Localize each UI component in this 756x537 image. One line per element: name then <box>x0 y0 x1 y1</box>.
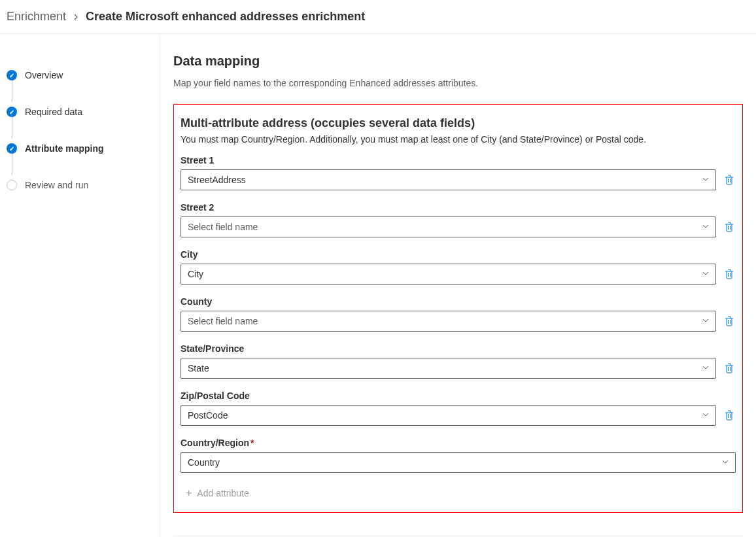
field-group: Zip/Postal CodePostCode <box>180 390 736 426</box>
trash-icon <box>725 175 734 185</box>
delete-field-button[interactable] <box>723 315 736 328</box>
select-wrapper: Country <box>180 452 736 473</box>
delete-field-button[interactable] <box>723 220 736 234</box>
multi-attribute-box: Multi-attribute address (occupies severa… <box>173 104 743 513</box>
step-indicator-completed-icon <box>7 70 17 80</box>
field-group: CountySelect field name <box>180 296 736 332</box>
trash-icon <box>725 316 734 326</box>
chevron-right-icon <box>73 12 79 22</box>
select-wrapper: Select field name <box>180 311 716 332</box>
wizard-steps: Overview Required data Attribute mapping… <box>0 34 160 537</box>
content-area: Data mapping Map your field names to the… <box>160 34 756 537</box>
trash-icon <box>725 363 734 373</box>
box-description: You must map Country/Region. Additionall… <box>180 134 736 145</box>
field-label: County <box>180 296 736 307</box>
field-label: State/Province <box>180 343 736 354</box>
field-row: StreetAddress <box>180 169 736 190</box>
field-select[interactable]: Select field name <box>180 217 716 237</box>
field-select[interactable]: State <box>180 358 716 379</box>
field-group: CityCity <box>180 249 736 285</box>
add-attribute-label: Add attribute <box>197 488 249 498</box>
required-indicator: * <box>250 438 254 448</box>
step-indicator-completed-icon <box>7 107 17 117</box>
field-group: Street 1StreetAddress <box>180 155 736 190</box>
breadcrumb-parent[interactable]: Enrichment <box>7 10 66 24</box>
field-row: Country <box>180 452 736 473</box>
plus-icon: + <box>186 487 192 499</box>
field-row: PostCode <box>180 405 736 426</box>
field-select[interactable]: Select field name <box>180 311 716 332</box>
delete-field-button[interactable] <box>723 409 736 422</box>
step-label: Required data <box>25 107 82 117</box>
page-title: Data mapping <box>173 54 743 69</box>
select-wrapper: City <box>180 264 716 285</box>
field-select[interactable]: StreetAddress <box>180 169 716 190</box>
delete-field-button[interactable] <box>723 268 736 281</box>
step-required-data[interactable]: Required data <box>7 94 160 130</box>
field-label: Street 2 <box>180 202 736 213</box>
field-label: Street 1 <box>180 155 736 165</box>
select-wrapper: Select field name <box>180 217 716 237</box>
field-row: State <box>180 358 736 379</box>
step-indicator-pending-icon <box>7 180 17 190</box>
field-select[interactable]: Country <box>180 452 736 473</box>
field-row: Select field name <box>180 217 736 237</box>
field-label: Country/Region* <box>180 438 736 448</box>
field-row: City <box>180 264 736 285</box>
select-wrapper: PostCode <box>180 405 716 426</box>
trash-icon <box>725 222 734 232</box>
step-label: Overview <box>25 70 63 80</box>
step-label: Review and run <box>25 180 88 190</box>
field-group: Street 2Select field name <box>180 202 736 237</box>
step-indicator-completed-icon <box>7 143 17 154</box>
trash-icon <box>725 269 734 279</box>
field-group: State/ProvinceState <box>180 343 736 379</box>
select-wrapper: StreetAddress <box>180 169 716 190</box>
box-title: Multi-attribute address (occupies severa… <box>180 116 736 130</box>
delete-field-button[interactable] <box>723 362 736 375</box>
step-attribute-mapping[interactable]: Attribute mapping <box>7 130 160 167</box>
delete-field-button[interactable] <box>723 173 736 186</box>
trash-icon <box>725 410 734 421</box>
field-label: City <box>180 249 736 260</box>
field-select[interactable]: PostCode <box>180 405 716 426</box>
field-group: Country/Region*Country <box>180 438 736 473</box>
main-layout: Overview Required data Attribute mapping… <box>0 34 756 537</box>
field-label: Zip/Postal Code <box>180 390 736 401</box>
page-description: Map your field names to the correspondin… <box>173 78 743 88</box>
step-review-run[interactable]: Review and run <box>7 167 160 203</box>
select-wrapper: State <box>180 358 716 379</box>
add-attribute-button[interactable]: + Add attribute <box>180 485 249 499</box>
field-select[interactable]: City <box>180 264 716 285</box>
step-label: Attribute mapping <box>25 143 104 154</box>
breadcrumb-current: Create Microsoft enhanced addresses enri… <box>86 10 365 24</box>
field-row: Select field name <box>180 311 736 332</box>
breadcrumb: Enrichment Create Microsoft enhanced add… <box>0 0 756 34</box>
step-overview[interactable]: Overview <box>7 57 160 94</box>
